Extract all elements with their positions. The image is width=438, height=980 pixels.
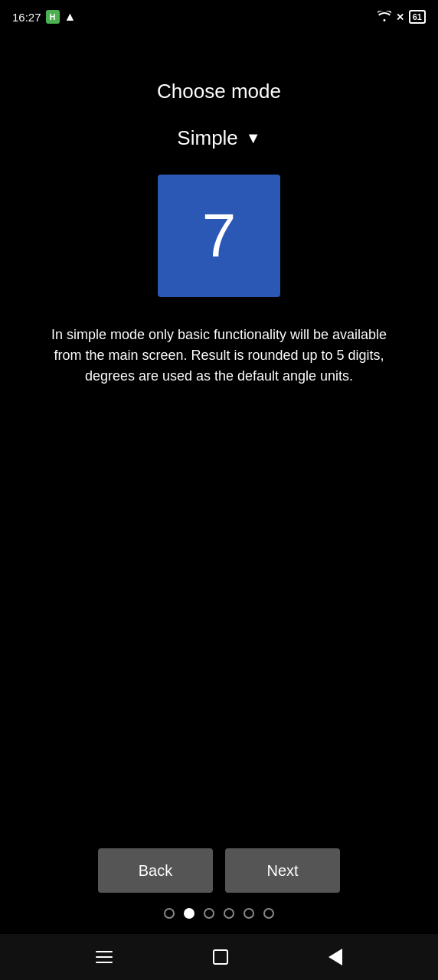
page-title: Choose mode <box>157 80 281 103</box>
mode-number: 7 <box>202 205 237 266</box>
system-nav <box>0 934 438 980</box>
chevron-down-icon: ▼ <box>246 129 261 147</box>
pagination-dot-0[interactable] <box>164 908 175 919</box>
pagination-dot-1[interactable] <box>184 908 194 919</box>
pagination-dots <box>164 908 274 919</box>
x-icon: ✕ <box>396 11 404 23</box>
mode-description: In simple mode only basic functionality … <box>31 325 407 387</box>
wifi-icon <box>378 11 391 24</box>
back-button[interactable]: Back <box>98 848 213 893</box>
button-row: Back Next <box>98 848 340 893</box>
next-button[interactable]: Next <box>225 848 340 893</box>
menu-button[interactable] <box>96 951 113 963</box>
mode-card: 7 <box>158 175 280 297</box>
pagination-dot-4[interactable] <box>244 908 254 919</box>
pagination-dot-3[interactable] <box>224 908 234 919</box>
pagination-dot-2[interactable] <box>204 908 214 919</box>
status-bar-left: 16:27 H ▲ <box>12 10 76 24</box>
bottom-nav: Back Next <box>0 848 438 919</box>
mode-dropdown[interactable]: Simple ▼ <box>177 126 260 150</box>
main-content: Choose mode Simple ▼ 7 In simple mode on… <box>0 34 438 387</box>
battery-icon: 61 <box>409 10 426 24</box>
back-button-system[interactable] <box>328 949 342 965</box>
app-icon: H <box>46 10 60 24</box>
status-bar: 16:27 H ▲ ✕ 61 <box>0 0 438 34</box>
dropdown-value: Simple <box>177 126 237 150</box>
status-time: 16:27 <box>12 11 41 24</box>
status-bar-right: ✕ 61 <box>378 10 426 24</box>
home-button[interactable] <box>213 949 228 965</box>
pagination-dot-5[interactable] <box>263 908 274 919</box>
warning-icon: ▲ <box>64 10 77 24</box>
